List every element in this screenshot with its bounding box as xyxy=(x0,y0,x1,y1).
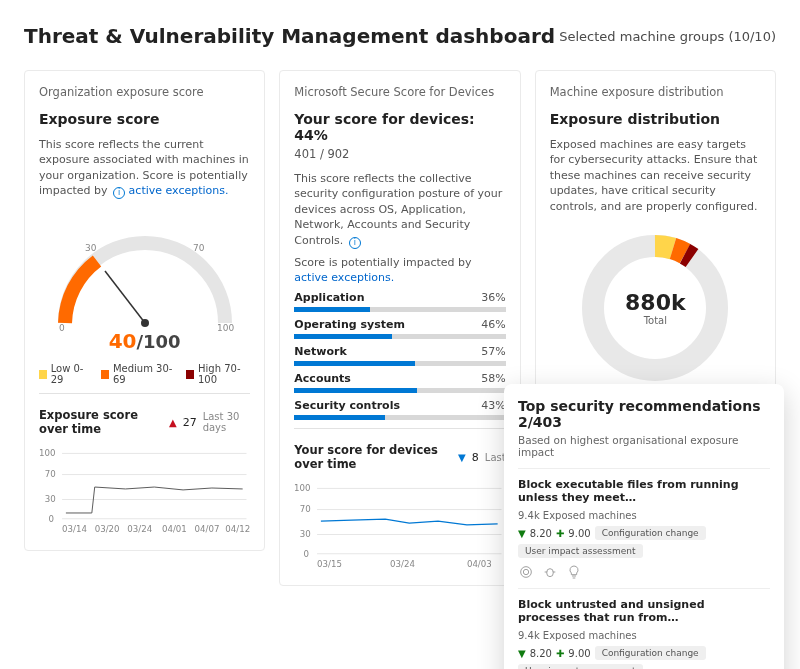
score-note: Score is potentially impacted by active … xyxy=(294,255,505,286)
info-icon[interactable]: i xyxy=(349,237,361,249)
svg-text:70: 70 xyxy=(45,470,56,480)
top-recommendations-panel: Top security recommendations 2/403 Based… xyxy=(504,384,784,669)
svg-text:03/24: 03/24 xyxy=(390,560,415,570)
svg-point-29 xyxy=(523,569,528,574)
svg-text:03/20: 03/20 xyxy=(95,524,120,534)
secure-trend-heading: Your score for devices over time ▼ 8 Las… xyxy=(294,443,505,471)
svg-text:03/15: 03/15 xyxy=(317,560,342,570)
svg-text:30: 30 xyxy=(300,530,311,540)
card-label: Organization exposure score xyxy=(39,85,250,99)
plus-icon: ✚ xyxy=(556,528,564,539)
svg-text:70: 70 xyxy=(300,505,311,515)
card-heading: Your score for devices: 44% xyxy=(294,111,505,143)
triangle-down-icon: ▼ xyxy=(518,528,526,539)
recommendation-item[interactable]: Block untrusted and unsigned processes t… xyxy=(518,588,770,669)
exposure-gauge: 0 30 70 100 xyxy=(45,213,245,333)
card-label: Machine exposure distribution xyxy=(550,85,761,99)
bar-network: Network57% xyxy=(294,345,505,366)
gauge-tick-100: 100 xyxy=(217,323,234,333)
exposure-trend-heading: Exposure score over time ▲ 27 Last 30 da… xyxy=(39,408,250,436)
bar-accounts: Accounts58% xyxy=(294,372,505,393)
tag-user-impact: User impact assessment xyxy=(518,664,643,669)
rec-icons xyxy=(518,564,770,580)
svg-point-1 xyxy=(141,319,149,327)
card-heading-sub: 401 / 902 xyxy=(294,147,505,161)
info-icon[interactable]: i xyxy=(113,187,125,199)
bar-application: Application36% xyxy=(294,291,505,312)
svg-text:0: 0 xyxy=(304,549,310,559)
secure-trend-chart: 100 70 30 0 03/15 03/24 04/03 xyxy=(294,475,505,571)
machine-groups-selector[interactable]: Selected machine groups (10/10) xyxy=(559,29,776,44)
plus-icon: ✚ xyxy=(556,648,564,659)
card-description: Exposed machines are easy targets for cy… xyxy=(550,137,761,214)
gauge-tick-70: 70 xyxy=(193,243,205,253)
target-icon xyxy=(518,564,534,580)
gauge-tick-30: 30 xyxy=(85,243,97,253)
rec-title: Block untrusted and unsigned processes t… xyxy=(518,598,770,624)
header: Threat & Vulnerability Management dashbo… xyxy=(24,24,776,48)
svg-point-28 xyxy=(521,567,532,578)
card-description: This score reflects the current exposure… xyxy=(39,137,250,199)
rec-title: Block executable files from running unle… xyxy=(518,478,770,504)
panel-title: Top security recommendations 2/403 xyxy=(518,398,770,430)
lightbulb-icon xyxy=(566,564,582,580)
gauge-legend: Low 0-29 Medium 30-69 High 70-100 xyxy=(39,363,250,385)
rec-meta: ▼8.20 ✚9.00 Configuration change User im… xyxy=(518,526,770,558)
svg-text:100: 100 xyxy=(39,448,55,458)
active-exceptions-link[interactable]: active exceptions. xyxy=(129,184,229,197)
exposure-donut: 880k Total xyxy=(575,228,735,388)
card-heading: Exposure distribution xyxy=(550,111,761,127)
rec-meta: ▼8.20 ✚9.00 Configuration change User im… xyxy=(518,646,770,669)
secure-score-card: Microsoft Secure Score for Devices Your … xyxy=(279,70,520,586)
card-heading: Exposure score xyxy=(39,111,250,127)
panel-subtitle: Based on highest organisational exposure… xyxy=(518,434,770,458)
tag-config-change: Configuration change xyxy=(595,646,706,660)
donut-total-label: Total xyxy=(625,315,686,326)
svg-text:30: 30 xyxy=(45,495,56,505)
card-label: Microsoft Secure Score for Devices xyxy=(294,85,505,99)
svg-text:04/01: 04/01 xyxy=(162,524,187,534)
active-exceptions-link[interactable]: active exceptions. xyxy=(294,271,394,284)
rec-exposed: 9.4k Exposed machines xyxy=(518,510,770,521)
exposure-score-card: Organization exposure score Exposure sco… xyxy=(24,70,265,551)
triangle-down-icon: ▼ xyxy=(518,648,526,659)
svg-text:03/24: 03/24 xyxy=(127,524,152,534)
exposure-trend-chart: 100 70 30 0 03/14 03/20 03/24 04/01 04/0… xyxy=(39,440,250,536)
triangle-down-icon: ▼ xyxy=(458,452,466,463)
svg-text:0: 0 xyxy=(49,514,55,524)
svg-text:04/12: 04/12 xyxy=(225,524,250,534)
svg-text:04/03: 04/03 xyxy=(467,560,492,570)
gauge-tick-0: 0 xyxy=(59,323,65,333)
svg-line-0 xyxy=(105,271,145,323)
svg-text:100: 100 xyxy=(294,484,310,494)
rec-exposed: 9.4k Exposed machines xyxy=(518,630,770,641)
recommendation-item[interactable]: Block executable files from running unle… xyxy=(518,468,770,588)
page-title: Threat & Vulnerability Management dashbo… xyxy=(24,24,555,48)
svg-point-30 xyxy=(547,569,554,577)
tag-config-change: Configuration change xyxy=(595,526,706,540)
tag-user-impact: User impact assessment xyxy=(518,544,643,558)
triangle-up-icon: ▲ xyxy=(169,417,177,428)
exposure-distribution-card: Machine exposure distribution Exposure d… xyxy=(535,70,776,418)
svg-text:03/14: 03/14 xyxy=(62,524,87,534)
bug-icon xyxy=(542,564,558,580)
bar-security-controls: Security controls43% xyxy=(294,399,505,420)
svg-text:04/07: 04/07 xyxy=(195,524,220,534)
donut-total: 880k xyxy=(625,290,686,315)
card-description: This score reflects the collective secur… xyxy=(294,171,505,249)
bar-os: Operating system46% xyxy=(294,318,505,339)
